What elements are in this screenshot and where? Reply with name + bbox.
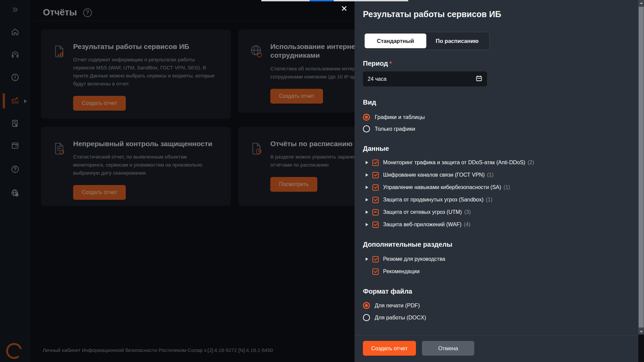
radio-icon[interactable] xyxy=(363,125,370,132)
expand-arrow-icon[interactable] xyxy=(366,161,368,164)
additional-item-summary[interactable]: Резюме для руководства xyxy=(363,254,445,264)
expand-arrow-icon[interactable] xyxy=(366,223,368,226)
scrollbar-thumb[interactable] xyxy=(639,7,644,327)
required-asterisk: * xyxy=(389,60,392,67)
create-report-panel: Результаты работы сервисов ИБ Стандартны… xyxy=(355,0,638,362)
cancel-button[interactable]: Отмена xyxy=(422,341,474,356)
additional-sections-heading: Дополнительные разделы xyxy=(363,241,452,248)
tab-standard[interactable]: Стандартный xyxy=(365,34,426,48)
checkbox-icon[interactable] xyxy=(372,172,379,178)
radio-icon[interactable] xyxy=(363,314,370,321)
item-count: (1) xyxy=(503,184,510,190)
radio-icon[interactable] xyxy=(363,302,370,309)
scroll-up-icon[interactable] xyxy=(638,0,644,6)
panel-scrollbar[interactable] xyxy=(638,0,644,335)
checkbox-icon[interactable] xyxy=(372,222,379,228)
period-select[interactable]: 24 часа xyxy=(363,71,487,86)
period-label: Период* xyxy=(363,60,392,67)
checkbox-icon[interactable] xyxy=(372,209,379,216)
checkbox-icon[interactable] xyxy=(372,160,379,166)
checkbox-icon[interactable] xyxy=(372,184,379,191)
data-item-sa[interactable]: Управление навыками кибербезопасности (S… xyxy=(363,182,510,192)
modal-backdrop[interactable] xyxy=(0,0,355,362)
format-option-docx[interactable]: Для работы (DOCX) xyxy=(363,313,426,322)
expand-arrow-icon[interactable] xyxy=(366,198,368,201)
data-item-waf[interactable]: Защита веб-приложений (WAF) (4) xyxy=(363,220,470,230)
panel-action-bar: Создать отчет Отмена xyxy=(355,335,638,362)
checkbox-icon[interactable] xyxy=(372,268,379,275)
panel-title: Результаты работы сервисов ИБ xyxy=(363,9,501,19)
report-type-tabs: Стандартный По расписанию xyxy=(363,32,490,50)
progress-strip-segment xyxy=(261,0,310,1)
data-item-antiddos[interactable]: Мониторинг трафика и защита от DDoS-атак… xyxy=(363,158,534,168)
progress-strip-segment xyxy=(334,0,408,1)
expand-arrow-icon[interactable] xyxy=(366,186,368,189)
item-count: (4) xyxy=(464,222,471,228)
file-format-heading: Формат файла xyxy=(363,288,412,295)
data-item-utm[interactable]: Защита от сетевых угроз (UTM) (3) xyxy=(363,207,471,217)
close-icon[interactable]: ✕ xyxy=(338,3,350,15)
item-count: (3) xyxy=(464,209,471,215)
item-count: (2) xyxy=(528,160,534,166)
scroll-down-icon[interactable] xyxy=(638,329,644,335)
view-option-charts-tables[interactable]: Графики и таблицы xyxy=(363,113,425,121)
progress-strip xyxy=(261,0,408,1)
period-value: 24 часа xyxy=(368,76,476,82)
calendar-icon[interactable] xyxy=(476,75,482,83)
additional-item-recommendations[interactable]: Рекомендации xyxy=(363,266,420,277)
tab-scheduled[interactable]: По расписанию xyxy=(426,34,488,48)
item-count: (1) xyxy=(486,197,493,203)
progress-strip-blue-segment xyxy=(310,0,334,1)
submit-create-report-button[interactable]: Создать отчет xyxy=(363,341,416,356)
item-count: (1) xyxy=(487,172,494,178)
expand-arrow-icon[interactable] xyxy=(366,257,368,261)
view-option-charts-only[interactable]: Только графики xyxy=(363,124,415,133)
data-item-sandbox[interactable]: Защита от продвинутых угроз (Sandbox) (1… xyxy=(363,195,492,205)
checkbox-icon[interactable] xyxy=(372,256,379,262)
checkbox-icon[interactable] xyxy=(372,197,379,203)
expand-arrow-icon[interactable] xyxy=(366,210,368,214)
data-item-gost-vpn[interactable]: Шифрование каналов связи (ГОСТ VPN) (1) xyxy=(363,170,494,180)
data-heading: Данные xyxy=(363,145,389,153)
radio-icon[interactable] xyxy=(363,114,370,121)
expand-arrow-icon[interactable] xyxy=(366,173,368,177)
view-heading: Вид xyxy=(363,99,376,106)
format-option-pdf[interactable]: Для печати (PDF) xyxy=(363,301,420,310)
